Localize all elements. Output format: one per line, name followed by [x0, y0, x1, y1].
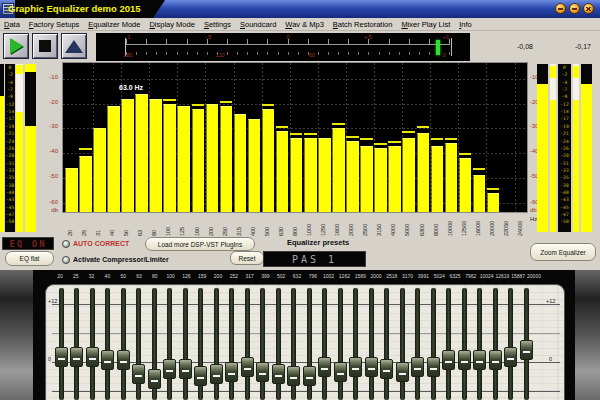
band-slider-track[interactable]	[90, 288, 95, 400]
band-slider-track[interactable]	[415, 288, 420, 400]
menu-item-soundcard[interactable]: Soundcard	[240, 20, 276, 29]
band-slider-handle[interactable]	[303, 366, 316, 386]
band-slider-track[interactable]	[74, 288, 79, 400]
band-slider-handle[interactable]	[70, 347, 83, 367]
band-slider-track[interactable]	[493, 288, 498, 400]
band-slider-track[interactable]	[229, 288, 234, 400]
band-slider-track[interactable]	[508, 288, 513, 400]
vu-db-value: -40	[558, 190, 571, 195]
vu-db-value: -35	[5, 175, 15, 180]
auto-correct-led[interactable]	[62, 240, 70, 248]
band-slider-track[interactable]	[431, 288, 436, 400]
band-slider-handle[interactable]	[380, 359, 393, 379]
band-slider-track[interactable]	[477, 288, 482, 400]
db-unit-left: db	[40, 207, 58, 213]
menu-item-info[interactable]: Info	[459, 20, 472, 29]
spectrum-bar	[473, 175, 486, 212]
vu-db-value: -24	[5, 139, 15, 144]
band-slider-handle[interactable]	[194, 366, 207, 386]
band-slider-track[interactable]	[105, 288, 110, 400]
compressor-led[interactable]	[62, 256, 70, 264]
band-slider-track[interactable]	[353, 288, 358, 400]
menu-item-equalizer-mode[interactable]: Equalizer Mode	[88, 20, 140, 29]
band-slider-handle[interactable]	[318, 357, 331, 377]
menu-item-display-mode[interactable]: Display Mode	[149, 20, 194, 29]
eject-button[interactable]	[61, 33, 87, 59]
stop-icon	[39, 40, 51, 52]
band-slider-handle[interactable]	[272, 364, 285, 384]
meter-position-indicator[interactable]	[436, 40, 440, 55]
band-slider-handle[interactable]	[210, 364, 223, 384]
band-slider-handle[interactable]	[504, 347, 517, 367]
band-slider-handle[interactable]	[396, 362, 409, 382]
close-button[interactable]	[583, 3, 594, 14]
maximize-button[interactable]	[569, 3, 580, 14]
vu-bar	[573, 64, 579, 232]
band-slider-track[interactable]	[462, 288, 467, 400]
band-slider-handle[interactable]	[349, 357, 362, 377]
band-slider-handle[interactable]	[489, 350, 502, 370]
vu-bar	[25, 64, 36, 232]
band-slider-handle[interactable]	[256, 362, 269, 382]
vu-db-value: -47	[5, 212, 15, 217]
band-slider-track[interactable]	[260, 288, 265, 400]
menu-item-data[interactable]: Data	[4, 20, 20, 29]
band-slider-handle[interactable]	[225, 362, 238, 382]
stop-button[interactable]	[32, 33, 58, 59]
vu-db-value: -47	[558, 212, 571, 217]
band-slider-track[interactable]	[245, 288, 250, 400]
minimize-button[interactable]	[555, 3, 566, 14]
vu-bar-fill	[573, 100, 579, 232]
vu-bar	[16, 64, 23, 232]
vu-db-value: -26	[5, 146, 15, 151]
menu-item-settings[interactable]: Settings	[204, 20, 231, 29]
band-slider-track[interactable]	[338, 288, 343, 400]
load-plugins-button[interactable]: Load more DSP-VST PlugIns	[145, 237, 255, 251]
band-slider-handle[interactable]	[179, 359, 192, 379]
band-slider-handle[interactable]	[458, 350, 471, 370]
band-slider-track[interactable]	[59, 288, 64, 400]
band-slider-handle[interactable]	[101, 350, 114, 370]
spectrum-peak-cap	[346, 136, 359, 138]
band-slider-track[interactable]	[369, 288, 374, 400]
band-slider-track[interactable]	[384, 288, 389, 400]
eq-flat-button[interactable]: EQ flat	[5, 251, 54, 266]
vu-db-value: -4	[5, 80, 15, 85]
band-slider-track[interactable]	[167, 288, 172, 400]
band-freq-label: 20000	[523, 273, 545, 279]
band-slider-handle[interactable]	[365, 357, 378, 377]
spectrum-bar	[431, 146, 444, 212]
band-slider-handle[interactable]	[473, 350, 486, 370]
band-slider-handle[interactable]	[148, 369, 161, 389]
eq-status-display: EQ ON	[2, 237, 54, 250]
band-slider-handle[interactable]	[86, 347, 99, 367]
spectrum-peak-cap	[417, 126, 430, 128]
menu-item-batch-restoration[interactable]: Batch Restoration	[333, 20, 393, 29]
play-button[interactable]	[3, 33, 29, 59]
band-slider-track[interactable]	[183, 288, 188, 400]
band-slider-handle[interactable]	[132, 364, 145, 384]
reset-button[interactable]: Reset	[230, 251, 264, 265]
spectrum-peak-cap	[262, 104, 275, 106]
band-slider-handle[interactable]	[520, 340, 533, 360]
zoom-equalizer-button[interactable]: Zoom Equalizer	[530, 243, 596, 261]
menu-item-wav-mp3[interactable]: Wav & Mp3	[285, 20, 324, 29]
menu-item-mixer-play-list[interactable]: Mixer Play List	[401, 20, 450, 29]
band-slider-handle[interactable]	[55, 347, 68, 367]
band-slider-track[interactable]	[322, 288, 327, 400]
band-slider-handle[interactable]	[117, 350, 130, 370]
band-slider-track[interactable]	[446, 288, 451, 400]
band-slider-handle[interactable]	[427, 357, 440, 377]
vu-bar	[0, 64, 4, 232]
band-slider-handle[interactable]	[241, 357, 254, 377]
band-slider-handle[interactable]	[287, 366, 300, 386]
spectrum-bar	[192, 109, 205, 212]
band-slider-handle[interactable]	[411, 357, 424, 377]
menu-item-factory-setups[interactable]: Factory Setups	[29, 20, 79, 29]
band-slider-handle[interactable]	[163, 359, 176, 379]
band-slider-track[interactable]	[121, 288, 126, 400]
vu-bar	[537, 64, 548, 232]
band-slider-track[interactable]	[400, 288, 405, 400]
band-slider-handle[interactable]	[334, 362, 347, 382]
band-slider-handle[interactable]	[442, 350, 455, 370]
